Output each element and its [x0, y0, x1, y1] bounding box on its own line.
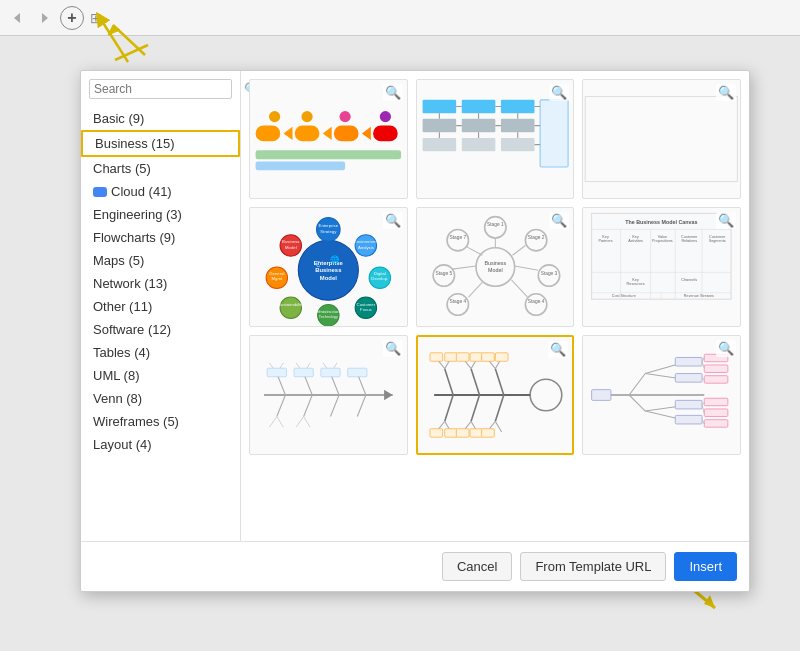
forward-icon [34, 8, 54, 28]
category-item-engineering[interactable]: Engineering (3) [81, 203, 240, 226]
zoom-icon-4[interactable]: 🔍 [383, 212, 403, 229]
svg-point-17 [380, 111, 391, 122]
svg-rect-169 [470, 353, 483, 361]
svg-line-129 [304, 395, 313, 416]
svg-text:Model: Model [285, 245, 297, 250]
svg-rect-193 [705, 409, 729, 417]
template-card-3[interactable]: 🔍 [582, 79, 741, 199]
template-card-1[interactable]: 🔍 [249, 79, 408, 199]
search-box[interactable]: 🔍 [89, 79, 232, 99]
template-card-2[interactable]: 🔍 [416, 79, 575, 199]
category-label-other: Other (11) [93, 299, 152, 314]
search-input[interactable] [94, 82, 244, 96]
svg-line-152 [471, 395, 479, 421]
zoom-icon-1[interactable]: 🔍 [383, 84, 403, 101]
add-button[interactable]: + [60, 6, 84, 30]
zoom-icon-7[interactable]: 🔍 [383, 340, 403, 357]
category-label-flowcharts: Flowcharts (9) [93, 230, 175, 245]
category-label-software: Software (12) [93, 322, 171, 337]
svg-text:Enterprise: Enterprise [319, 223, 339, 228]
zoom-icon-3[interactable]: 🔍 [716, 84, 736, 101]
category-label-basic: Basic (9) [93, 111, 144, 126]
template-card-4[interactable]: Enterprise Business Model Enterprise Str… [249, 207, 408, 327]
svg-rect-13 [373, 126, 398, 142]
svg-rect-18 [256, 150, 401, 159]
svg-rect-184 [592, 390, 611, 401]
cancel-button[interactable]: Cancel [442, 552, 512, 581]
svg-rect-97 [592, 213, 731, 299]
svg-marker-12 [362, 127, 371, 140]
svg-rect-188 [676, 415, 703, 424]
svg-line-130 [330, 395, 339, 416]
svg-text:Revenue Streams: Revenue Streams [684, 294, 714, 298]
svg-rect-9 [295, 126, 320, 142]
category-item-maps[interactable]: Maps (5) [81, 249, 240, 272]
svg-line-93 [511, 280, 527, 297]
zoom-icon-2[interactable]: 🔍 [549, 84, 569, 101]
category-item-network[interactable]: Network (13) [81, 272, 240, 295]
svg-rect-43 [586, 96, 738, 181]
zoom-icon-8[interactable]: 🔍 [548, 341, 568, 358]
back-icon [8, 8, 28, 28]
insert-button[interactable]: Insert [674, 552, 737, 581]
zoom-icon-5[interactable]: 🔍 [549, 212, 569, 229]
svg-rect-7 [256, 126, 281, 142]
category-item-layout[interactable]: Layout (4) [81, 433, 240, 456]
svg-text:Stage 5: Stage 5 [435, 271, 452, 276]
template-card-9[interactable]: 🔍 [582, 335, 741, 455]
template-card-8[interactable]: 🔍 [416, 335, 575, 455]
category-label-charts: Charts (5) [93, 161, 151, 176]
svg-line-94 [468, 282, 482, 297]
svg-line-96 [466, 247, 482, 256]
svg-point-146 [530, 379, 562, 411]
svg-rect-176 [481, 429, 494, 437]
svg-line-139 [277, 416, 283, 427]
svg-point-86 [433, 265, 454, 286]
category-item-software[interactable]: Software (12) [81, 318, 240, 341]
svg-text:Stage 3: Stage 3 [540, 271, 557, 276]
svg-rect-25 [501, 119, 535, 132]
svg-marker-10 [323, 127, 332, 140]
category-item-flowcharts[interactable]: Flowcharts (9) [81, 226, 240, 249]
svg-rect-173 [444, 429, 457, 437]
svg-rect-190 [705, 365, 729, 373]
svg-text:Infrastructure: Infrastructure [316, 309, 342, 314]
template-dialog: × 🔍 Basic (9)Business (15)Charts (5)Clou… [80, 70, 750, 592]
category-item-cloud[interactable]: Cloud (41) [81, 180, 240, 203]
category-item-tables[interactable]: Tables (4) [81, 341, 240, 364]
category-item-other[interactable]: Other (11) [81, 295, 240, 318]
svg-text:🌐: 🌐 [330, 255, 340, 264]
template-card-6[interactable]: The Business Model Canvas Key Partners K… [582, 207, 741, 327]
svg-line-148 [444, 369, 452, 395]
template-url-button[interactable]: From Template URL [520, 552, 666, 581]
category-item-basic[interactable]: Basic (9) [81, 107, 240, 130]
category-item-charts[interactable]: Charts (5) [81, 157, 240, 180]
svg-point-88 [447, 229, 468, 250]
svg-line-150 [495, 369, 503, 395]
category-item-wireframes[interactable]: Wireframes (5) [81, 410, 240, 433]
category-item-venn[interactable]: Venn (8) [81, 387, 240, 410]
svg-text:Sustainability: Sustainability [278, 302, 304, 307]
svg-text:Stage 1: Stage 1 [487, 222, 504, 227]
svg-text:Model: Model [320, 275, 337, 281]
zoom-icon-9[interactable]: 🔍 [716, 340, 736, 357]
svg-line-128 [277, 395, 286, 416]
category-label-network: Network (13) [93, 276, 167, 291]
svg-point-80 [538, 265, 559, 286]
svg-point-15 [301, 111, 312, 122]
svg-line-199 [702, 405, 704, 414]
category-item-business[interactable]: Business (15) [81, 130, 240, 157]
svg-rect-39 [540, 100, 568, 167]
svg-rect-187 [676, 400, 703, 409]
category-item-uml[interactable]: UML (8) [81, 364, 240, 387]
svg-text:Mgmt: Mgmt [271, 276, 283, 281]
svg-rect-28 [501, 138, 535, 151]
svg-rect-192 [705, 398, 729, 406]
zoom-icon-6[interactable]: 🔍 [716, 212, 736, 229]
svg-text:Channels: Channels [682, 278, 698, 282]
template-card-5[interactable]: Business Model Stage 1 Stage 2 Stage 3 S… [416, 207, 575, 327]
svg-line-141 [304, 416, 310, 427]
categories-list: Basic (9)Business (15)Charts (5)Cloud (4… [81, 107, 240, 456]
svg-text:Business: Business [484, 260, 506, 266]
template-card-7[interactable]: 🔍 [249, 335, 408, 455]
